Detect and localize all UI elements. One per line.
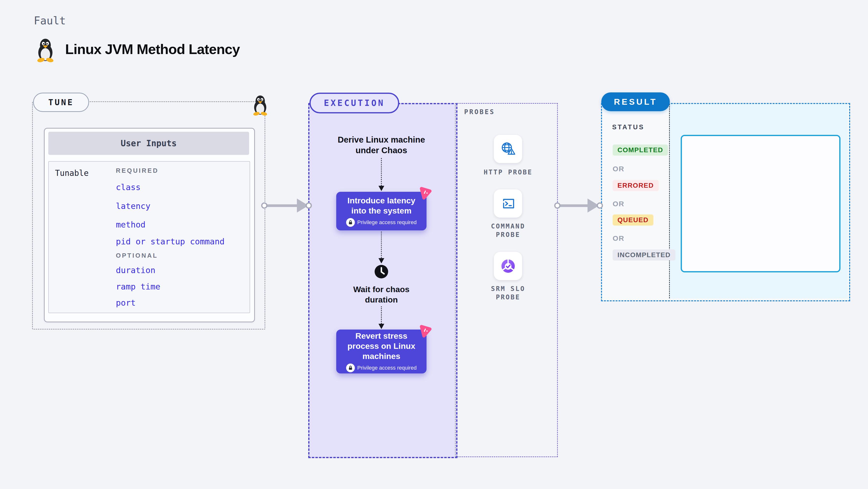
status-badge-errored: ERRORED — [613, 180, 659, 191]
required-group-label: REQUIRED — [116, 167, 159, 174]
node-title: Introduce latency into the system — [342, 195, 421, 216]
or-label: OR — [613, 234, 624, 242]
tunable-row-label: Tunable — [55, 168, 89, 178]
chaos-experiment-icon — [417, 185, 433, 201]
connector-dot — [554, 202, 560, 209]
execution-pill: EXECUTION — [309, 93, 399, 113]
probes-label: PROBES — [464, 108, 495, 116]
flow-arrow-head-icon — [378, 186, 384, 191]
tunable-link-method[interactable]: method — [116, 220, 146, 229]
status-label: STATUS — [612, 124, 645, 131]
privilege-badge-text: Privilege access required — [357, 365, 416, 371]
status-output-divider — [669, 104, 670, 298]
user-inputs-header: User Inputs — [48, 132, 249, 155]
probe-name: COMMAND PROBE — [474, 222, 542, 239]
connector-dot — [597, 202, 603, 209]
probe-name: SRM SLO PROBE — [474, 285, 542, 301]
optional-group-label: OPTIONAL — [116, 252, 158, 259]
introduce-latency-node: Introduce latency into the system Privil… — [336, 192, 427, 230]
wait-for-chaos-step: Wait for chaos duration — [345, 284, 417, 305]
tune-pill: TUNE — [33, 93, 89, 112]
http-probe-card — [494, 135, 522, 163]
flow-arrow-head-icon — [378, 324, 384, 329]
derive-machine-step: Derive Linux machine under Chaos — [333, 134, 430, 156]
privilege-badge-text: Privilege access required — [357, 219, 416, 226]
fault-diagram-canvas: Fault Linux JVM Method Latency TUNE User… — [0, 0, 868, 489]
tunable-link-class[interactable]: class — [116, 183, 141, 192]
tux-penguin-icon — [251, 93, 269, 116]
fault-kicker: Fault — [34, 14, 66, 27]
lock-icon — [346, 364, 355, 372]
slo-pie-icon — [500, 258, 516, 274]
status-badge-queued: QUEUED — [613, 215, 653, 226]
flow-connector — [381, 232, 382, 258]
wait-clock-icon — [374, 264, 389, 279]
lock-icon — [346, 218, 355, 227]
flow-connector — [381, 158, 382, 186]
privilege-badge: Privilege access required — [346, 218, 416, 227]
tunable-link-pid-or-startup-command[interactable]: pid or startup command — [116, 237, 224, 246]
terminal-icon — [500, 196, 516, 211]
node-title: Revert stress process on Linux machines — [342, 331, 421, 361]
status-badge-completed: COMPLETED — [613, 144, 668, 156]
tune-to-execution-arrow — [264, 204, 298, 207]
tux-penguin-icon — [35, 36, 56, 62]
or-label: OR — [613, 165, 624, 173]
flow-connector — [381, 306, 382, 324]
tunable-link-latency[interactable]: latency — [116, 201, 150, 211]
connector-dot — [261, 202, 268, 209]
or-label: OR — [613, 200, 624, 208]
globe-alert-icon — [500, 141, 516, 157]
flow-arrow-head-icon — [378, 258, 384, 263]
status-badge-incompleted: INCOMPLETED — [613, 250, 675, 261]
output-card — [681, 135, 840, 272]
tunable-link-ramp-time[interactable]: ramp time — [116, 282, 160, 291]
tunable-link-duration[interactable]: duration — [116, 265, 155, 275]
probe-name: HTTP PROBE — [474, 168, 542, 176]
chaos-experiment-icon — [417, 323, 433, 339]
execution-to-result-arrow — [557, 204, 589, 207]
execution-section-box — [308, 103, 457, 458]
command-probe-card — [494, 189, 522, 218]
srm-slo-probe-card — [494, 252, 522, 280]
privilege-badge: Privilege access required — [346, 364, 416, 372]
tunable-link-port[interactable]: port — [116, 298, 136, 307]
result-pill: RESULT — [601, 92, 670, 111]
page-title: Linux JVM Method Latency — [65, 41, 240, 57]
revert-stress-node: Revert stress process on Linux machines … — [336, 330, 427, 373]
connector-dot — [306, 202, 312, 209]
